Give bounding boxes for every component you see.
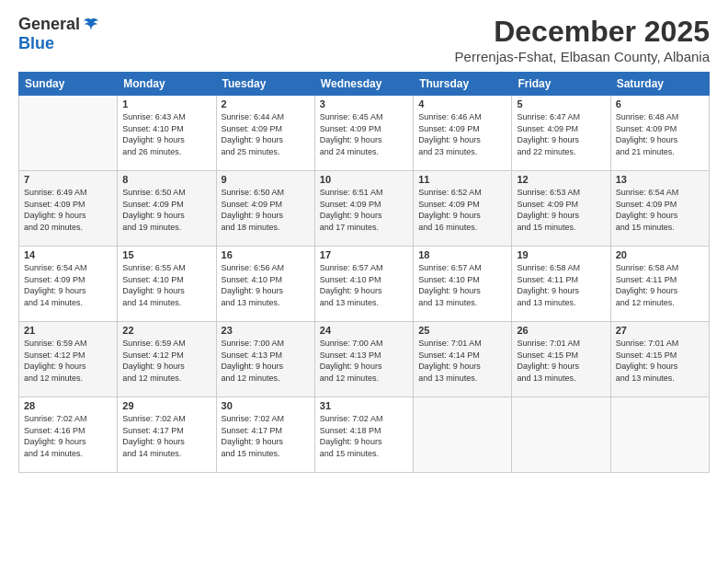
calendar-cell: 14Sunrise: 6:54 AM Sunset: 4:09 PM Dayli… [19, 247, 118, 322]
day-number: 9 [222, 174, 310, 185]
day-number: 3 [320, 98, 408, 109]
calendar-cell: 7Sunrise: 6:49 AM Sunset: 4:09 PM Daylig… [19, 171, 118, 247]
day-info: Sunrise: 6:44 AM Sunset: 4:09 PM Dayligh… [222, 111, 310, 157]
calendar-cell [512, 397, 610, 473]
calendar-cell: 22Sunrise: 6:59 AM Sunset: 4:12 PM Dayli… [118, 322, 216, 397]
calendar-cell: 21Sunrise: 6:59 AM Sunset: 4:12 PM Dayli… [19, 322, 118, 397]
day-number: 4 [418, 98, 506, 109]
calendar-week-row: 21Sunrise: 6:59 AM Sunset: 4:12 PM Dayli… [19, 322, 710, 397]
calendar-cell: 10Sunrise: 6:51 AM Sunset: 4:09 PM Dayli… [314, 171, 413, 247]
calendar-cell: 17Sunrise: 6:57 AM Sunset: 4:10 PM Dayli… [314, 247, 413, 322]
calendar-cell: 5Sunrise: 6:47 AM Sunset: 4:09 PM Daylig… [512, 96, 610, 171]
day-number: 2 [222, 98, 310, 109]
day-number: 21 [24, 325, 112, 336]
calendar-cell: 9Sunrise: 6:50 AM Sunset: 4:09 PM Daylig… [216, 171, 314, 247]
calendar-day-header: Wednesday [314, 73, 413, 96]
calendar-cell: 18Sunrise: 6:57 AM Sunset: 4:10 PM Dayli… [414, 247, 512, 322]
day-info: Sunrise: 6:50 AM Sunset: 4:09 PM Dayligh… [222, 187, 310, 233]
calendar-cell: 27Sunrise: 7:01 AM Sunset: 4:15 PM Dayli… [610, 322, 709, 397]
title-section: December 2025 Perrenjas-Fshat, Elbasan C… [455, 15, 710, 64]
day-info: Sunrise: 6:45 AM Sunset: 4:09 PM Dayligh… [320, 111, 408, 157]
page: General Blue December 2025 Perrenjas-Fsh… [0, 0, 728, 563]
day-info: Sunrise: 7:01 AM Sunset: 4:15 PM Dayligh… [616, 338, 704, 384]
day-number: 22 [122, 325, 210, 336]
day-info: Sunrise: 6:57 AM Sunset: 4:10 PM Dayligh… [320, 262, 408, 308]
day-number: 15 [122, 249, 210, 260]
calendar-cell: 3Sunrise: 6:45 AM Sunset: 4:09 PM Daylig… [314, 96, 413, 171]
calendar-cell [610, 397, 709, 473]
day-info: Sunrise: 6:52 AM Sunset: 4:09 PM Dayligh… [418, 187, 506, 233]
calendar-cell: 6Sunrise: 6:48 AM Sunset: 4:09 PM Daylig… [610, 96, 709, 171]
day-number: 12 [517, 174, 605, 185]
calendar-cell: 28Sunrise: 7:02 AM Sunset: 4:16 PM Dayli… [19, 397, 118, 473]
logo-bird-icon [82, 16, 100, 34]
day-number: 30 [222, 400, 310, 411]
calendar-cell: 25Sunrise: 7:01 AM Sunset: 4:14 PM Dayli… [414, 322, 512, 397]
day-number: 31 [320, 400, 408, 411]
day-number: 8 [122, 174, 210, 185]
day-info: Sunrise: 6:47 AM Sunset: 4:09 PM Dayligh… [517, 111, 605, 157]
day-number: 27 [616, 325, 704, 336]
calendar-cell: 4Sunrise: 6:46 AM Sunset: 4:09 PM Daylig… [414, 96, 512, 171]
calendar-cell [414, 397, 512, 473]
day-info: Sunrise: 7:00 AM Sunset: 4:13 PM Dayligh… [320, 338, 408, 384]
day-number: 25 [418, 325, 506, 336]
day-number: 1 [122, 98, 210, 109]
day-info: Sunrise: 6:58 AM Sunset: 4:11 PM Dayligh… [616, 262, 704, 308]
day-info: Sunrise: 7:02 AM Sunset: 4:18 PM Dayligh… [320, 413, 408, 459]
calendar-week-row: 1Sunrise: 6:43 AM Sunset: 4:10 PM Daylig… [19, 96, 710, 171]
day-info: Sunrise: 6:55 AM Sunset: 4:10 PM Dayligh… [122, 262, 210, 308]
calendar-cell: 26Sunrise: 7:01 AM Sunset: 4:15 PM Dayli… [512, 322, 610, 397]
day-info: Sunrise: 6:58 AM Sunset: 4:11 PM Dayligh… [517, 262, 605, 308]
logo: General Blue [18, 15, 100, 53]
day-info: Sunrise: 6:54 AM Sunset: 4:09 PM Dayligh… [24, 262, 112, 308]
day-number: 16 [222, 249, 310, 260]
month-title: December 2025 [455, 15, 710, 49]
day-info: Sunrise: 6:48 AM Sunset: 4:09 PM Dayligh… [616, 111, 704, 157]
day-number: 7 [24, 174, 112, 185]
calendar-day-header: Tuesday [216, 73, 314, 96]
calendar-cell: 23Sunrise: 7:00 AM Sunset: 4:13 PM Dayli… [216, 322, 314, 397]
day-number: 26 [517, 325, 605, 336]
day-info: Sunrise: 6:56 AM Sunset: 4:10 PM Dayligh… [222, 262, 310, 308]
calendar-week-row: 7Sunrise: 6:49 AM Sunset: 4:09 PM Daylig… [19, 171, 710, 247]
calendar-header-row: SundayMondayTuesdayWednesdayThursdayFrid… [19, 73, 710, 96]
day-info: Sunrise: 7:00 AM Sunset: 4:13 PM Dayligh… [222, 338, 310, 384]
calendar-cell: 11Sunrise: 6:52 AM Sunset: 4:09 PM Dayli… [414, 171, 512, 247]
day-info: Sunrise: 7:01 AM Sunset: 4:14 PM Dayligh… [418, 338, 506, 384]
calendar-day-header: Thursday [414, 73, 512, 96]
calendar-cell: 31Sunrise: 7:02 AM Sunset: 4:18 PM Dayli… [314, 397, 413, 473]
day-number: 10 [320, 174, 408, 185]
day-number: 20 [616, 249, 704, 260]
calendar-day-header: Friday [512, 73, 610, 96]
calendar-table: SundayMondayTuesdayWednesdayThursdayFrid… [18, 72, 710, 473]
day-number: 19 [517, 249, 605, 260]
day-number: 13 [616, 174, 704, 185]
logo-general-text: General [18, 15, 80, 34]
logo-blue-text: Blue [18, 34, 54, 53]
calendar-cell: 15Sunrise: 6:55 AM Sunset: 4:10 PM Dayli… [118, 247, 216, 322]
day-number: 14 [24, 249, 112, 260]
day-number: 18 [418, 249, 506, 260]
day-info: Sunrise: 6:43 AM Sunset: 4:10 PM Dayligh… [122, 111, 210, 157]
day-info: Sunrise: 7:02 AM Sunset: 4:17 PM Dayligh… [222, 413, 310, 459]
header: General Blue December 2025 Perrenjas-Fsh… [18, 15, 710, 64]
calendar-cell: 8Sunrise: 6:50 AM Sunset: 4:09 PM Daylig… [118, 171, 216, 247]
calendar-cell: 20Sunrise: 6:58 AM Sunset: 4:11 PM Dayli… [610, 247, 709, 322]
calendar-cell: 29Sunrise: 7:02 AM Sunset: 4:17 PM Dayli… [118, 397, 216, 473]
day-info: Sunrise: 6:49 AM Sunset: 4:09 PM Dayligh… [24, 187, 112, 233]
day-number: 11 [418, 174, 506, 185]
calendar-day-header: Monday [118, 73, 216, 96]
calendar-cell: 12Sunrise: 6:53 AM Sunset: 4:09 PM Dayli… [512, 171, 610, 247]
day-info: Sunrise: 7:02 AM Sunset: 4:16 PM Dayligh… [24, 413, 112, 459]
day-info: Sunrise: 7:02 AM Sunset: 4:17 PM Dayligh… [122, 413, 210, 459]
location: Perrenjas-Fshat, Elbasan County, Albania [455, 49, 710, 64]
calendar-cell: 2Sunrise: 6:44 AM Sunset: 4:09 PM Daylig… [216, 96, 314, 171]
calendar-day-header: Sunday [19, 73, 118, 96]
day-number: 5 [517, 98, 605, 109]
day-number: 17 [320, 249, 408, 260]
day-info: Sunrise: 6:53 AM Sunset: 4:09 PM Dayligh… [517, 187, 605, 233]
day-number: 23 [222, 325, 310, 336]
day-info: Sunrise: 6:50 AM Sunset: 4:09 PM Dayligh… [122, 187, 210, 233]
day-number: 24 [320, 325, 408, 336]
